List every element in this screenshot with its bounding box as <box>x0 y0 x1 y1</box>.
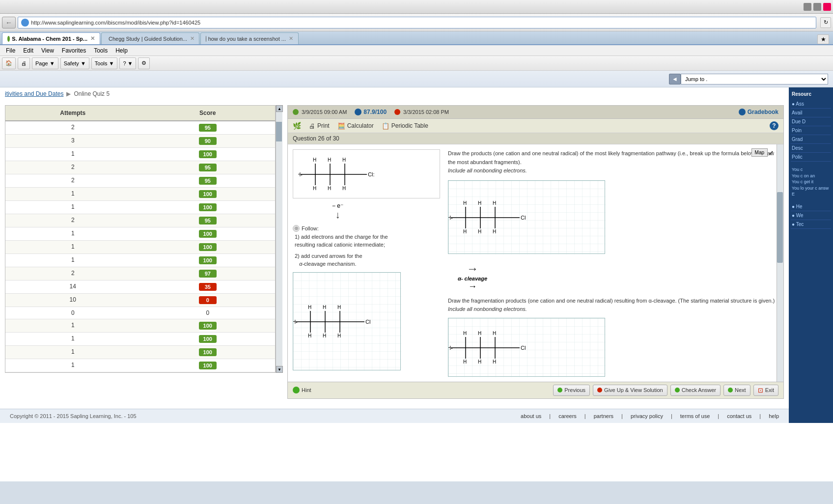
scroll-thumb[interactable] <box>276 122 282 141</box>
top-answer-svg: Cl H H H H H H H- <box>448 181 606 254</box>
menu-favorites[interactable]: Favorites <box>58 46 90 55</box>
help-menu[interactable]: ? ▼ <box>119 57 136 69</box>
home-button[interactable]: 🏠 <box>2 57 16 69</box>
question-num-bar: Question 26 of 30 <box>288 133 783 144</box>
footer-contact[interactable]: contact us <box>727 413 751 419</box>
print-toolbar-button[interactable]: 🖨 <box>18 57 30 69</box>
svg-text:H: H <box>328 186 331 191</box>
attempts-cell-left: 2 <box>5 174 140 187</box>
jump-back-button[interactable]: ◄ <box>669 74 681 84</box>
footer-links: about us | careers | partners | privacy … <box>521 413 779 419</box>
attempts-cell-left: 1 <box>5 148 140 161</box>
tab-chegg[interactable]: Chegg Study | Guided Solution... ✕ <box>101 32 199 44</box>
breadcrumb-current: Online Quiz 5 <box>74 90 110 97</box>
tools-menu[interactable]: Tools ▼ <box>91 57 118 69</box>
tab-close-sapling[interactable]: ✕ <box>90 35 95 42</box>
footer-about[interactable]: about us <box>521 413 541 419</box>
hint-button[interactable]: Hint <box>293 387 311 393</box>
attempts-scrollbar[interactable]: ▲ ▼ <box>276 105 282 373</box>
menu-view[interactable]: View <box>37 46 58 55</box>
minimize-button[interactable] <box>804 3 811 11</box>
table-row: 1100 <box>5 254 275 267</box>
resource-he[interactable]: ● He <box>791 202 831 211</box>
col-header-score: Score <box>140 106 276 120</box>
resource-grade: Grad <box>791 135 831 144</box>
close-button[interactable] <box>823 3 831 11</box>
table-row: 295 <box>5 174 275 188</box>
map-expand-icon[interactable]: ⤢ <box>769 149 774 156</box>
scroll-up-arrow[interactable]: ▲ <box>276 105 283 112</box>
address-icon <box>21 19 29 27</box>
gradebook-button[interactable]: Gradebook <box>739 109 778 115</box>
question-scrollbar[interactable] <box>777 144 783 382</box>
resource-policy: Polic <box>791 153 831 162</box>
refresh-button[interactable]: ↻ <box>820 17 831 28</box>
score-badge: 95 <box>199 177 217 185</box>
svg-text:H: H <box>493 229 496 234</box>
address-bar[interactable]: http://www.saplinglearning.com/ibiscms/m… <box>18 17 816 28</box>
calculator-tool[interactable]: 🧮 Calculator <box>337 122 374 130</box>
svg-text:H-: H- <box>293 319 298 325</box>
previous-button[interactable]: Previous <box>553 385 590 396</box>
footer-help[interactable]: help <box>769 413 779 419</box>
resource-title: Resourc <box>791 90 831 98</box>
next-button[interactable]: Next <box>723 385 750 396</box>
leaf-icon: 🌿 <box>293 122 301 130</box>
give-up-button[interactable]: Give Up & View Solution <box>593 385 667 396</box>
svg-text:H-: H- <box>298 172 303 177</box>
tab-close-screenshot[interactable]: ✕ <box>289 35 293 42</box>
scroll-down-arrow[interactable]: ▼ <box>276 366 283 373</box>
footer-partners[interactable]: partners <box>594 413 613 419</box>
question-toolbar: 🌿 🖨 Print 🧮 Calculator 📋 Periodic <box>288 119 783 133</box>
svg-text:H-: H- <box>448 345 453 351</box>
resource-tec[interactable]: ● Tec <box>791 220 831 229</box>
main-content-area: Attempts Score 2953901100295295110011002… <box>0 100 789 404</box>
check-answer-button[interactable]: Check Answer <box>670 385 721 396</box>
question-header: 3/9/2015 09:00 AM 87.9/100 3/3/2015 02:0… <box>288 106 783 119</box>
chem-right: Draw the products (one cation and one ne… <box>448 149 778 377</box>
table-row: 00 <box>5 307 275 319</box>
periodic-table-tool[interactable]: 📋 Periodic Table <box>382 122 428 130</box>
print-tool[interactable]: 🖨 Print <box>309 122 330 130</box>
instruction-2: 2) add curved arrows for the α-cleavage … <box>295 252 440 268</box>
jump-select[interactable]: Jump to . <box>681 74 828 84</box>
hint-label: Hint <box>302 387 311 393</box>
menu-help[interactable]: Help <box>111 46 132 55</box>
top-answer-grid[interactable]: Cl H H H H H H H- <box>448 180 605 254</box>
bottom-answer-grid[interactable]: Cl H H H H H H H- <box>448 318 605 377</box>
main-left: itivities and Due Dates ▶ Online Quiz 5 … <box>0 87 789 423</box>
start-date-icon <box>293 109 299 115</box>
resource-we[interactable]: ● We <box>791 211 831 220</box>
svg-text:H: H <box>342 157 346 163</box>
follow-icon: ◎ <box>293 225 300 232</box>
svg-text:H: H <box>313 186 316 191</box>
footer-careers[interactable]: careers <box>558 413 577 419</box>
menu-edit[interactable]: Edit <box>19 46 37 55</box>
page-menu[interactable]: Page ▼ <box>32 57 58 69</box>
tab-close-chegg[interactable]: ✕ <box>190 35 194 42</box>
resource-points: Poin <box>791 126 831 135</box>
scroll-track[interactable] <box>276 112 282 366</box>
favorites-button[interactable]: ★ <box>817 34 829 44</box>
score-badge: 100 <box>199 362 217 369</box>
menu-tools[interactable]: Tools <box>90 46 111 55</box>
map-button[interactable]: Map <box>751 148 768 157</box>
tab-favicon-sapling <box>7 36 10 42</box>
resource-notes: You cYou c on anYou c get itYou lo your … <box>791 166 831 198</box>
tab-sapling[interactable]: S. Alabama - Chem 201 - Sp... ✕ <box>2 32 100 44</box>
extra-button[interactable]: ⚙ <box>138 57 150 69</box>
help-button[interactable]: ? <box>770 121 778 130</box>
chem-left: Cl: H H H H H H <box>293 149 440 377</box>
attempts-cell-right: 100 <box>140 254 276 267</box>
resource-assignments[interactable]: ● Ass <box>791 100 831 109</box>
safety-menu[interactable]: Safety ▼ <box>60 57 89 69</box>
maximize-button[interactable] <box>813 3 821 11</box>
tab-screenshot[interactable]: how do you take a screenshot ... ✕ <box>200 32 299 44</box>
question-number: Question 26 of 30 <box>293 135 339 142</box>
footer-terms[interactable]: terms of use <box>680 413 710 419</box>
footer-privacy[interactable]: privacy policy <box>631 413 663 419</box>
exit-button[interactable]: ⊡ Exit <box>753 385 778 396</box>
back-button[interactable]: ← <box>2 17 16 28</box>
breadcrumb-link[interactable]: itivities and Due Dates <box>5 90 63 97</box>
menu-file[interactable]: File <box>2 46 19 55</box>
